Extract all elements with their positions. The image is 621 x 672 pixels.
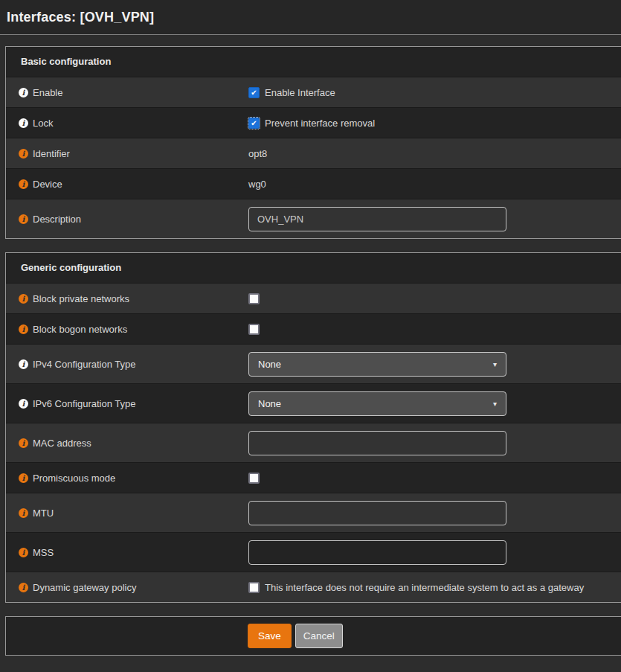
page-title: Interfaces: [OVH_VPN] — [7, 10, 154, 25]
row-mac-address: iMAC address — [6, 423, 621, 462]
panel-basic-configuration: Basic configuration iEnable✔Enable Inter… — [5, 46, 621, 239]
value-cell: ✔Prevent interface removal — [248, 118, 621, 129]
row-label: MTU — [33, 508, 54, 519]
label-cell: iIPv4 Configuration Type — [6, 359, 248, 370]
row-device: iDevicewg0 — [6, 168, 621, 199]
row-description: iDescription — [6, 199, 621, 238]
label-cell: iIPv6 Configuration Type — [6, 398, 248, 409]
row-enable: iEnable✔Enable Interface — [6, 77, 621, 107]
row-label: Device — [33, 179, 62, 190]
label-cell: iEnable — [6, 87, 248, 98]
info-icon[interactable]: i — [19, 548, 28, 557]
device-value: wg0 — [248, 179, 266, 190]
enable-checkbox-label: Enable Interface — [265, 87, 335, 98]
value-cell — [248, 207, 621, 231]
value-cell — [248, 431, 621, 455]
info-icon[interactable]: i — [19, 324, 28, 334]
row-label: MAC address — [33, 438, 91, 449]
info-icon[interactable]: i — [19, 118, 28, 128]
info-icon[interactable]: i — [19, 214, 28, 224]
row-label: Description — [33, 214, 81, 225]
content: Basic configuration iEnable✔Enable Inter… — [0, 35, 621, 656]
section-header-basic: Basic configuration — [6, 47, 621, 77]
label-cell: iDescription — [6, 214, 248, 225]
caret-down-icon: ▾ — [493, 400, 497, 408]
promiscuous-mode-checkbox[interactable] — [248, 473, 260, 484]
description-input[interactable] — [248, 207, 506, 231]
label-cell: iBlock bogon networks — [6, 324, 248, 335]
row-mss: iMSS — [6, 532, 621, 572]
label-cell: iDynamic gateway policy — [6, 582, 248, 593]
label-cell: iDevice — [6, 179, 248, 190]
label-cell: iIdentifier — [6, 148, 248, 159]
info-icon[interactable]: i — [19, 179, 28, 189]
cancel-button[interactable]: Cancel — [295, 624, 343, 648]
panel-actions: Save Cancel — [5, 616, 621, 656]
row-label: Promiscuous mode — [33, 473, 115, 484]
label-cell: iMAC address — [6, 438, 248, 449]
lock-checkbox[interactable]: ✔ — [248, 118, 260, 129]
value-cell: ✔Enable Interface — [248, 87, 621, 98]
row-lock: iLock✔Prevent interface removal — [6, 107, 621, 138]
info-icon[interactable]: i — [19, 294, 28, 304]
label-cell: iPromiscuous mode — [6, 473, 248, 484]
row-block-bogon-networks: iBlock bogon networks — [6, 313, 621, 344]
info-icon[interactable]: i — [19, 399, 28, 409]
row-label: Block private networks — [33, 293, 129, 304]
value-cell: wg0 — [248, 179, 621, 190]
lock-checkbox-label: Prevent interface removal — [265, 118, 375, 129]
mss-input[interactable] — [248, 540, 506, 565]
row-identifier: iIdentifieropt8 — [6, 138, 621, 168]
row-label: IPv4 Configuration Type — [33, 359, 136, 370]
identifier-value: opt8 — [248, 148, 267, 159]
row-label: MSS — [33, 547, 54, 558]
value-cell — [248, 293, 621, 304]
row-label: Lock — [33, 118, 53, 129]
value-cell — [248, 324, 621, 335]
block-private-networks-checkbox[interactable] — [248, 293, 260, 304]
label-cell: iMSS — [6, 547, 248, 558]
info-icon[interactable]: i — [19, 473, 28, 483]
section-header-generic: Generic configuration — [6, 253, 621, 283]
row-label: Enable — [33, 87, 62, 98]
label-cell: iMTU — [6, 508, 248, 519]
info-icon[interactable]: i — [19, 438, 28, 448]
value-cell: This interface does not require an inter… — [248, 582, 621, 593]
info-icon[interactable]: i — [19, 88, 28, 97]
titlebar: Interfaces: [OVH_VPN] — [0, 0, 621, 35]
row-block-private-networks: iBlock private networks — [6, 283, 621, 313]
label-cell: iLock — [6, 118, 248, 129]
row-mtu: iMTU — [6, 493, 621, 532]
value-cell — [248, 540, 621, 565]
row-label: Dynamic gateway policy — [33, 582, 136, 593]
value-cell — [248, 473, 621, 484]
enable-checkbox[interactable]: ✔ — [248, 87, 260, 98]
row-label: Identifier — [33, 148, 70, 159]
row-label: Block bogon networks — [33, 324, 127, 335]
row-dynamic-gateway-policy: iDynamic gateway policyThis interface do… — [6, 572, 621, 602]
ipv6-configuration-type-select[interactable]: None▾ — [248, 391, 506, 416]
label-cell: iBlock private networks — [6, 293, 248, 304]
block-bogon-networks-checkbox[interactable] — [248, 324, 260, 335]
dynamic-gateway-policy-checkbox-label: This interface does not require an inter… — [265, 582, 584, 593]
dynamic-gateway-policy-checkbox[interactable] — [248, 582, 260, 593]
save-button[interactable]: Save — [248, 624, 292, 648]
value-cell: opt8 — [248, 148, 621, 159]
ipv4-configuration-type-select-value: None — [258, 359, 281, 370]
row-ipv6-configuration-type: iIPv6 Configuration TypeNone▾ — [6, 383, 621, 423]
value-cell — [248, 501, 621, 525]
mtu-input[interactable] — [248, 501, 506, 525]
row-label: IPv6 Configuration Type — [33, 398, 136, 409]
ipv4-configuration-type-select[interactable]: None▾ — [248, 352, 506, 377]
mac-address-input[interactable] — [248, 431, 506, 455]
value-cell: None▾ — [248, 391, 621, 416]
value-cell: None▾ — [248, 352, 621, 377]
ipv6-configuration-type-select-value: None — [258, 398, 281, 409]
row-ipv4-configuration-type: iIPv4 Configuration TypeNone▾ — [6, 344, 621, 383]
info-icon[interactable]: i — [19, 583, 28, 592]
info-icon[interactable]: i — [19, 508, 28, 518]
info-icon[interactable]: i — [19, 359, 28, 369]
panel-generic-configuration: Generic configuration iBlock private net… — [5, 252, 621, 603]
row-promiscuous-mode: iPromiscuous mode — [6, 462, 621, 493]
info-icon[interactable]: i — [19, 149, 28, 159]
